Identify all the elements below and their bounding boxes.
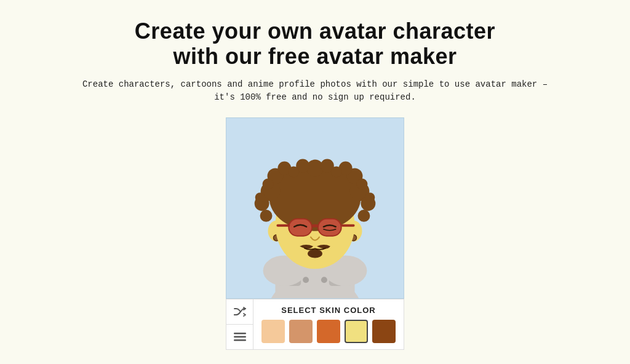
- icon-buttons: [226, 299, 253, 350]
- skin-swatch-light[interactable]: [261, 320, 285, 343]
- avatar-section: SELECT SKIN COLOR: [226, 117, 404, 350]
- svg-point-32: [365, 192, 375, 202]
- skin-panel: SELECT SKIN COLOR: [253, 299, 404, 350]
- svg-rect-36: [276, 224, 290, 227]
- skin-swatch-dark[interactable]: [372, 320, 396, 343]
- svg-point-16: [260, 210, 273, 222]
- svg-point-21: [358, 210, 370, 222]
- shuffle-button[interactable]: [226, 299, 253, 325]
- svg-rect-37: [341, 224, 355, 227]
- page-subtitle: Create characters, cartoons and anime pr…: [81, 78, 549, 104]
- svg-point-31: [255, 192, 265, 202]
- svg-point-40: [321, 277, 327, 283]
- svg-rect-43: [234, 339, 246, 341]
- svg-rect-34: [318, 219, 341, 236]
- skin-swatch-medium[interactable]: [317, 320, 340, 343]
- svg-point-39: [303, 277, 309, 283]
- skin-swatch-yellow[interactable]: [345, 320, 368, 343]
- svg-rect-42: [234, 336, 246, 338]
- avatar-canvas: [226, 117, 404, 299]
- controls-row: SELECT SKIN COLOR: [226, 299, 404, 350]
- svg-rect-35: [312, 224, 318, 228]
- skin-color-swatches: [261, 320, 396, 343]
- svg-point-38: [308, 249, 322, 258]
- page-wrapper: Create your own avatar character with ou…: [0, 0, 630, 364]
- skin-swatch-medium-light[interactable]: [289, 320, 313, 343]
- svg-rect-33: [289, 219, 312, 236]
- svg-point-27: [288, 166, 299, 177]
- svg-rect-41: [234, 333, 246, 334]
- svg-point-29: [263, 178, 274, 189]
- svg-point-28: [331, 166, 342, 177]
- skin-label: SELECT SKIN COLOR: [261, 306, 396, 315]
- menu-button[interactable]: [226, 325, 253, 349]
- page-title: Create your own avatar character with ou…: [135, 18, 495, 69]
- svg-point-30: [357, 178, 368, 189]
